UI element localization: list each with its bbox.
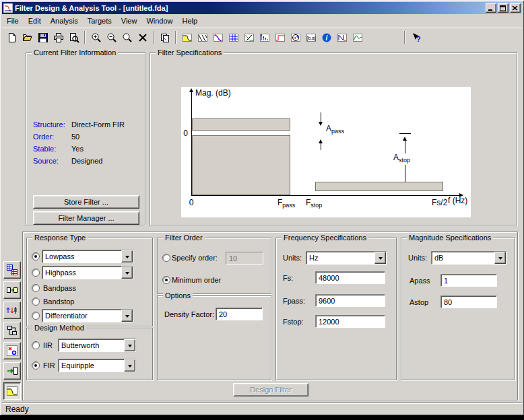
fpass-tick-label: Fpass — [277, 199, 295, 210]
specify-order-radio[interactable] — [162, 254, 170, 262]
status-bar: Ready — [2, 403, 522, 413]
fs-input[interactable] — [315, 271, 385, 284]
chevron-down-icon[interactable] — [121, 310, 133, 322]
highpass-combo[interactable]: Highpass — [42, 266, 133, 279]
store-filter-button[interactable]: Store Filter ... — [33, 195, 139, 209]
minimize-button[interactable] — [486, 3, 496, 13]
toolbar-separator — [153, 31, 154, 44]
noise-power-button[interactable] — [350, 30, 365, 45]
sidebar-import-filter-button[interactable] — [3, 362, 21, 380]
print-button[interactable] — [51, 30, 66, 45]
apass-input[interactable] — [440, 274, 497, 287]
close-button[interactable] — [510, 3, 521, 13]
sidebar-multirate-filter-button[interactable] — [3, 302, 21, 319]
mag-units-combo[interactable]: dB — [431, 251, 506, 265]
chevron-down-icon[interactable] — [121, 250, 133, 262]
phase-response-button[interactable] — [195, 30, 210, 45]
realize-model-icon — [6, 324, 18, 337]
specify-order-label: Specify order: — [172, 254, 218, 262]
group-delay-button[interactable] — [226, 30, 241, 45]
window-title: Filter Design & Analysis Tool - [untitle… — [15, 4, 484, 12]
full-view-button[interactable] — [135, 30, 150, 45]
impulse-response-button[interactable] — [257, 30, 272, 45]
chevron-down-icon[interactable] — [124, 339, 135, 351]
combo-value: Lowpass — [42, 250, 121, 262]
lowpass-radio[interactable] — [32, 252, 40, 260]
highpass-radio[interactable] — [32, 269, 40, 277]
density-factor-label: Density Factor: — [164, 310, 214, 319]
chevron-down-icon[interactable] — [124, 359, 135, 372]
minimum-order-radio[interactable] — [162, 276, 170, 284]
iir-radio[interactable] — [32, 341, 40, 349]
astop-top-tick — [399, 133, 411, 134]
print-preview-button[interactable] — [66, 30, 81, 45]
differentiator-combo[interactable]: Differentiator — [42, 309, 133, 322]
group-legend: Frequency Specifications — [282, 234, 368, 242]
chevron-down-icon[interactable] — [494, 252, 506, 264]
combo-value: dB — [432, 252, 494, 264]
sidebar-transform-filter-button[interactable] — [3, 281, 21, 299]
fpass-input[interactable] — [315, 294, 385, 307]
menu-edit[interactable]: Edit — [24, 15, 46, 26]
zero-level-label: 0 — [181, 129, 190, 138]
menu-window[interactable]: Window — [141, 15, 177, 26]
toolbar-separator — [84, 31, 86, 44]
zoom-out-button[interactable] — [104, 30, 119, 45]
differentiator-radio[interactable] — [32, 312, 40, 320]
bandstop-radio[interactable] — [32, 298, 40, 306]
magnitude-response-button[interactable] — [179, 30, 195, 45]
toolbar-separator — [404, 31, 405, 44]
pole-zero-plot-button[interactable] — [288, 30, 303, 45]
fdatool-window: Filter Design & Analysis Tool - [untitle… — [0, 0, 524, 415]
chevron-down-icon[interactable] — [121, 267, 133, 279]
full-view-analysis-button[interactable] — [157, 30, 172, 45]
phase-delay-button[interactable] — [241, 30, 257, 45]
sidebar-realize-model-button[interactable] — [3, 322, 21, 339]
import-filter-icon — [6, 365, 18, 377]
filter-coefficients-button[interactable]: [b,a] — [303, 30, 319, 45]
design-filter-button[interactable]: Design Filter — [233, 383, 308, 396]
magnitude-estimate-button[interactable] — [334, 30, 350, 45]
filter-manager-button[interactable]: Filter Manager ... — [33, 211, 139, 225]
bandpass-radio[interactable] — [32, 284, 40, 292]
mag-units-label: Units: — [408, 254, 427, 262]
passband-lower-region — [192, 135, 290, 195]
svg-text:[b,a]: [b,a] — [306, 36, 316, 41]
sidebar-pole-zero-editor-button[interactable] — [3, 342, 21, 359]
step-response-button[interactable] — [272, 30, 288, 45]
fir-method-combo[interactable]: Equiripple — [58, 359, 136, 372]
iir-method-combo[interactable]: Butterworth — [58, 339, 136, 352]
freq-units-combo[interactable]: Hz — [306, 251, 387, 265]
lowpass-combo[interactable]: Lowpass — [42, 250, 133, 263]
fstop-input[interactable] — [315, 315, 385, 328]
magnitude-and-phase-button[interactable] — [210, 30, 226, 45]
sidebar-set-quantization-button[interactable] — [3, 261, 21, 279]
new-session-button[interactable] — [4, 30, 20, 45]
menu-analysis[interactable]: Analysis — [46, 15, 83, 26]
minimum-order-label: Minimum order — [172, 276, 221, 285]
combo-value: Differentiator — [42, 310, 121, 322]
filter-information-button[interactable]: i — [319, 30, 334, 45]
chevron-down-icon[interactable] — [374, 252, 386, 264]
astop-input[interactable] — [440, 295, 497, 308]
menu-help[interactable]: Help — [178, 15, 203, 26]
density-factor-input[interactable] — [216, 308, 263, 320]
fir-radio[interactable] — [32, 361, 40, 370]
toolbar-separator — [175, 31, 176, 44]
apass-annotation-label: Apass — [325, 125, 345, 136]
whats-this-help-button[interactable]: ? — [408, 30, 424, 45]
nyquist-tick-label: Fs/2 — [432, 199, 447, 207]
menu-view[interactable]: View — [117, 15, 142, 26]
menu-targets[interactable]: Targets — [83, 15, 117, 26]
maximize-button[interactable] — [498, 3, 509, 13]
zoom-default-button[interactable] — [119, 30, 135, 45]
save-session-button[interactable] — [35, 30, 51, 45]
specify-order-input[interactable] — [226, 252, 263, 265]
sidebar-design-filter-button[interactable] — [3, 382, 21, 400]
x-origin-label: 0 — [187, 199, 195, 207]
open-session-button[interactable] — [20, 30, 35, 45]
group-delay-icon — [228, 32, 239, 43]
iir-label: IIR — [43, 341, 53, 350]
menu-file[interactable]: File — [2, 15, 24, 26]
zoom-in-button[interactable] — [88, 30, 104, 45]
